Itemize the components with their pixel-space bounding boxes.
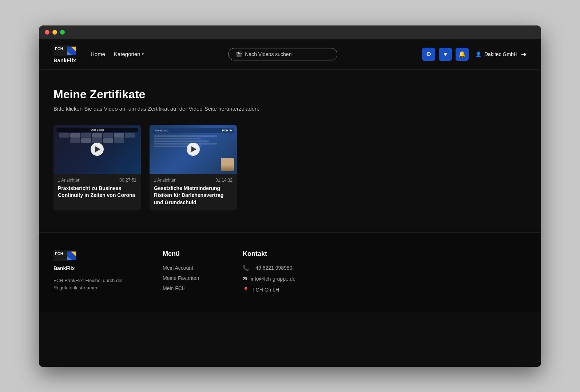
site-footer: FCH BankFlix FCH BankFlix: Flexibel durc… [39,232,541,312]
logo-text: BankFlix [53,58,76,63]
logout-button[interactable]: ⇥ [521,50,527,58]
play-button[interactable] [91,143,104,156]
duration: 00:27:51 [119,178,136,183]
bell-icon: 🔔 [458,51,466,58]
search-bar: 🎬 Nach Videos suchen [155,48,410,60]
logo-svg: FCH [53,45,79,58]
heart-icon: ♥ [444,51,447,58]
main-content: Meine Zertifikate Bitte klicken Sie das … [39,70,541,233]
video-thumbnail: Über Bizagi [53,125,141,174]
svg-text:FCH: FCH [55,252,63,256]
location-icon: 📍 [243,287,249,293]
play-icon [191,146,196,152]
duration: 01:14:32 [215,178,233,183]
footer-menu: Menü Mein Account Meine Favoriten Mein F… [163,250,221,298]
email-icon: ✉ [243,276,247,282]
page-subtitle: Bitte klicken Sie das Video an, um das Z… [53,106,527,112]
footer-contact: Kontakt 📞 +49 6221 998980 ✉ info@fch-gru… [243,250,323,298]
footer-link-favoriten[interactable]: Meine Favoriten [163,275,221,281]
video-title: Praxisbericht zu Business Continuity in … [58,185,136,199]
view-count: 1 Ansichten [58,178,80,183]
page-content: FCH BankFlix Home Kategorien ▾ 🎬 [39,39,541,367]
logo[interactable]: FCH BankFlix [53,45,79,63]
play-button[interactable] [187,143,200,156]
user-menu[interactable]: 👤 Dakitec GmbH [475,51,517,57]
footer-menu-title: Menü [163,250,221,258]
footer-logo-svg: FCH [53,250,79,263]
nav-kategorien[interactable]: Kategorien ▾ [114,51,144,57]
contact-email: ✉ info@fch-gruppe.de [243,276,323,282]
footer-logo[interactable]: FCH BankFlix [53,250,141,271]
favorites-button[interactable]: ♥ [439,48,452,61]
video-grid: Über Bizagi [53,125,527,211]
close-button[interactable] [45,30,49,35]
video-meta: 1 Ansichten 01:14:32 Gesetzliche Mietmin… [150,174,237,211]
contact-address: 📍 FCH GmbH [243,287,323,293]
footer-brand: FCH BankFlix FCH BankFlix: Flexibel durc… [53,250,141,298]
video-title: Gesetzliche Mietminderung Risiken für Da… [154,185,233,206]
footer-logo-text: BankFlix [53,265,141,271]
browser-window: FCH BankFlix Home Kategorien ▾ 🎬 [39,25,541,367]
username: Dakitec GmbH [484,51,517,57]
footer-tagline: FCH BankFlix: Flexibel durch die Regulat… [53,277,141,291]
video-card[interactable]: Über Bizagi [53,125,141,211]
video-thumbnail: Einleitung FCH ≫ [150,125,237,174]
header-actions: ⚙ ♥ 🔔 👤 Dakitec GmbH ⇥ [422,48,527,61]
maximize-button[interactable] [60,30,65,35]
view-count: 1 Ansichten [154,178,176,183]
settings-button[interactable]: ⚙ [422,48,435,61]
video-meta: 1 Ansichten 00:27:51 Praxisbericht zu Bu… [53,174,141,203]
minimize-button[interactable] [52,30,57,35]
search-input[interactable]: 🎬 Nach Videos suchen [228,48,337,60]
contact-phone: 📞 +49 6221 998980 [243,265,323,271]
settings-icon: ⚙ [426,51,431,58]
footer-link-mein-fch[interactable]: Mein FCH [163,285,221,291]
main-nav: Home Kategorien ▾ [91,51,144,57]
video-stats: 1 Ansichten 01:14:32 [154,178,233,183]
browser-chrome [39,25,541,39]
chevron-down-icon: ▾ [142,52,144,56]
site-header: FCH BankFlix Home Kategorien ▾ 🎬 [39,39,541,70]
video-stats: 1 Ansichten 00:27:51 [58,178,136,183]
notifications-button[interactable]: 🔔 [456,48,469,61]
footer-contact-title: Kontakt [243,250,323,258]
search-icon: 🎬 [236,51,242,57]
user-icon: 👤 [475,51,481,57]
nav-home[interactable]: Home [91,51,105,57]
page-title: Meine Zertifikate [53,88,527,101]
svg-text:FCH: FCH [55,47,63,51]
speaker-thumbnail [221,158,234,171]
footer-link-account[interactable]: Mein Account [163,265,221,271]
phone-icon: 📞 [243,265,249,271]
video-card[interactable]: Einleitung FCH ≫ [150,125,237,211]
play-icon [95,146,100,152]
